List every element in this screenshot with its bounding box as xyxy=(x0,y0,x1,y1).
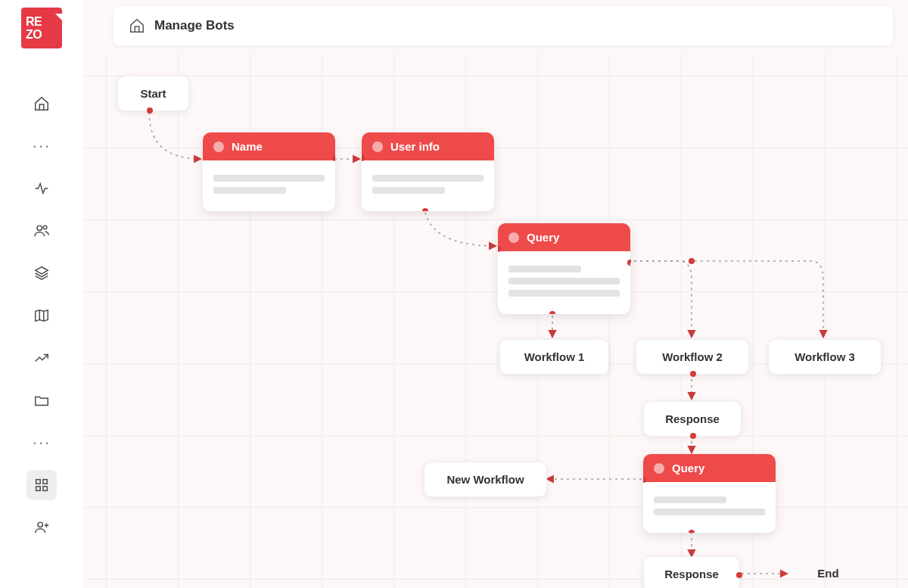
status-dot-icon xyxy=(372,142,383,152)
nav-more-1[interactable]: ··· xyxy=(26,131,57,161)
node-response-1[interactable]: Response xyxy=(643,401,742,437)
sidebar: RE ZO ··· ··· xyxy=(0,0,83,588)
node-query-1[interactable]: Query xyxy=(498,223,630,314)
node-label: Workflow 3 xyxy=(794,350,855,363)
svg-rect-3 xyxy=(43,480,48,484)
node-body xyxy=(643,482,776,533)
node-header: User info xyxy=(362,132,494,160)
brand-line1: RE xyxy=(26,15,42,28)
node-end[interactable]: End xyxy=(788,556,868,588)
status-dot-icon xyxy=(213,142,224,152)
node-label: Workflow 2 xyxy=(662,350,723,363)
node-label: Response xyxy=(664,568,719,580)
node-query-2[interactable]: Query xyxy=(643,454,776,533)
nav-home[interactable] xyxy=(26,89,57,119)
svg-rect-2 xyxy=(36,480,41,484)
node-response-2[interactable]: Response xyxy=(643,556,740,588)
node-label: End xyxy=(817,567,838,580)
brand-line2: ZO xyxy=(26,28,42,41)
nav-folder[interactable] xyxy=(26,385,57,415)
nav-activity[interactable] xyxy=(26,173,57,204)
node-workflow-2[interactable]: Workflow 2 xyxy=(636,339,749,375)
node-new-workflow[interactable]: New Workflow xyxy=(424,462,547,497)
node-start[interactable]: Start xyxy=(117,76,189,111)
svg-point-0 xyxy=(37,226,42,230)
node-name[interactable]: Name xyxy=(203,132,335,211)
nav-map[interactable] xyxy=(26,300,57,331)
svg-point-1 xyxy=(43,226,47,229)
nav-grid[interactable] xyxy=(26,470,57,500)
header-bar: Manage Bots xyxy=(114,6,893,45)
node-body xyxy=(498,251,630,314)
nav-layers[interactable] xyxy=(26,258,57,288)
map-icon xyxy=(33,307,50,324)
user-plus-icon xyxy=(33,519,50,536)
node-label: Workflow 1 xyxy=(524,350,585,363)
nav-user-plus[interactable] xyxy=(26,512,57,543)
node-title: Name xyxy=(232,140,263,153)
status-dot-icon xyxy=(508,232,519,243)
node-workflow-3[interactable]: Workflow 3 xyxy=(768,339,882,375)
node-label: New Workflow xyxy=(446,473,524,486)
svg-rect-5 xyxy=(43,487,48,491)
node-title: User info xyxy=(390,140,440,153)
node-user-info[interactable]: User info xyxy=(362,132,494,211)
node-header: Query xyxy=(643,454,776,482)
activity-icon xyxy=(33,180,50,197)
node-title: Query xyxy=(527,231,559,244)
node-label: Start xyxy=(140,87,166,100)
flow-canvas[interactable]: Start Name User info Query xyxy=(83,53,908,588)
trending-icon xyxy=(33,350,50,366)
node-header: Query xyxy=(498,223,630,251)
node-label: Response xyxy=(665,412,720,425)
page-title: Manage Bots xyxy=(154,18,235,33)
home-icon xyxy=(33,95,50,112)
grid-icon xyxy=(33,477,50,493)
nav-more-2[interactable]: ··· xyxy=(26,428,57,458)
nav-trending[interactable] xyxy=(26,343,57,373)
node-workflow-1[interactable]: Workflow 1 xyxy=(499,339,609,375)
users-icon xyxy=(33,222,50,239)
nav-users[interactable] xyxy=(26,216,57,246)
brand-logo: RE ZO xyxy=(21,8,62,48)
node-body xyxy=(203,160,335,211)
layers-icon xyxy=(33,265,50,282)
svg-rect-4 xyxy=(36,487,41,491)
svg-point-8 xyxy=(689,258,695,264)
status-dot-icon xyxy=(654,463,664,474)
node-body xyxy=(362,160,494,211)
node-header: Name xyxy=(203,132,335,160)
folder-icon xyxy=(33,392,50,409)
node-title: Query xyxy=(672,462,704,474)
svg-point-6 xyxy=(38,522,42,527)
home-icon xyxy=(129,17,145,34)
